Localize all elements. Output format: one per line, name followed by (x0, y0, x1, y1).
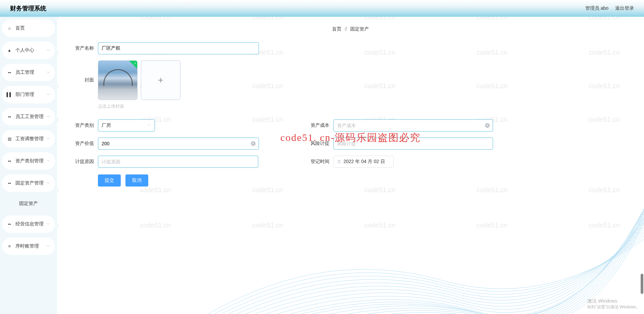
sidebar-label: 固定资产管理 (15, 180, 47, 186)
chevron-down-icon: ﹀ (47, 70, 50, 75)
sidebar-item-home[interactable]: ⌂ 首页 (2, 19, 55, 37)
submit-button[interactable]: 提交 (98, 174, 121, 187)
date-value: 2022 年 04 月 02 日 (343, 159, 385, 165)
sidebar-sub-fixed-asset[interactable]: 固定资产 (2, 197, 55, 211)
breadcrumb-sep: // (345, 26, 347, 32)
sidebar-label: 个人中心 (15, 47, 47, 53)
user-icon: ▲ (7, 48, 12, 53)
watermark: code51.cncode51.cncode51.cncode51.cncode… (57, 186, 644, 194)
sidebar-label: 序时账管理 (15, 243, 47, 249)
chevron-down-icon: ﹀ (47, 92, 50, 97)
sidebar-label: 员工管理 (15, 69, 47, 75)
chevron-down-icon: ﹀ (47, 222, 50, 227)
grid-icon: ▪▪ (7, 114, 12, 119)
user-area: 管理员 abo 退出登录 (585, 5, 634, 11)
calendar-icon: 🗓 (337, 159, 341, 164)
chevron-down-icon: ﹀ (47, 48, 50, 53)
chevron-down-icon: ﹀ (47, 137, 50, 142)
risk-input[interactable] (333, 138, 493, 150)
grid-icon: ▪▪ (7, 158, 12, 164)
clear-icon[interactable]: ✕ (485, 123, 490, 128)
asset-name-input[interactable] (98, 42, 259, 54)
reason-input[interactable] (98, 156, 258, 168)
risk-label: 风险计提 (306, 141, 329, 147)
watermark: code51.cncode51.cncode51.cncode51.cncode… (57, 221, 644, 229)
header: 财务管理系统 管理员 abo 退出登录 (0, 0, 644, 17)
asset-cost-input[interactable] (333, 119, 493, 132)
reason-label: 计提原因 (70, 159, 94, 165)
sidebar-item-fixed-asset[interactable]: ▪▪ 固定资产管理 ﹀ (2, 174, 55, 192)
chevron-down-icon: ﹀ (147, 123, 151, 128)
asset-value-input[interactable] (98, 138, 259, 150)
upload-add-button[interactable]: + (141, 60, 180, 100)
chevron-down-icon: ﹀ (47, 244, 50, 249)
check-icon (129, 61, 137, 69)
upload-hint: 点击上传封面 (98, 103, 493, 109)
grid-icon: ▪▪ (7, 180, 12, 186)
main-content: code51.cncode51.cncode51.cncode51.cncode… (57, 17, 644, 314)
cover-label: 封面 (70, 60, 94, 83)
asset-type-label: 资产类别 (70, 122, 94, 128)
sidebar-item-salary[interactable]: ▪▪ 员工工资管理 ﹀ (2, 108, 55, 125)
clear-icon[interactable]: ✕ (251, 141, 256, 146)
chevron-down-icon: ﹀ (47, 159, 50, 164)
breadcrumb: 首页 // 固定资产 (70, 26, 631, 32)
sidebar-item-asset-type[interactable]: ▪▪ 资产类别管理 ﹀ (2, 152, 55, 170)
chevron-down-icon: ﹀ (47, 114, 50, 119)
sidebar-item-ledger[interactable]: ≡ 序时账管理 ﹀ (2, 238, 55, 255)
cover-thumbnail[interactable] (98, 60, 138, 100)
app-title: 财务管理系统 (10, 4, 46, 12)
asset-type-select[interactable]: 厂房 ﹀ (98, 119, 155, 132)
sidebar-item-salary-adjust[interactable]: ▤ 工资调整管理 ﹀ (2, 130, 55, 148)
sidebar-item-business[interactable]: ▪▪ 经营信息管理 ﹀ (2, 215, 55, 233)
reg-time-picker[interactable]: 🗓 2022 年 04 月 02 日 (333, 156, 394, 168)
sidebar: ⌂ 首页 ▲ 个人中心 ﹀ ▪▪ 员工管理 ﹀ ▌▌ 部门管理 ﹀ ▪▪ 员工工… (0, 17, 57, 314)
chart-icon: ▌▌ (7, 92, 12, 97)
asset-name-label: 资产名称 (70, 45, 94, 51)
grid-icon: ▪▪ (7, 221, 12, 227)
sidebar-item-dept[interactable]: ▌▌ 部门管理 ﹀ (2, 86, 55, 103)
watermark: code51.cncode51.cncode51.cncode51.cncode… (57, 17, 644, 21)
sidebar-label: 部门管理 (15, 92, 47, 98)
grid-icon: ▪▪ (7, 70, 12, 75)
logout-link[interactable]: 退出登录 (615, 5, 634, 11)
breadcrumb-home[interactable]: 首页 (332, 26, 341, 32)
asset-form: 资产名称 封面 + 点击上传封面 资产类别 (70, 42, 493, 187)
sidebar-label: 经营信息管理 (15, 221, 47, 227)
sidebar-label: 首页 (15, 25, 50, 31)
sidebar-item-staff[interactable]: ▪▪ 员工管理 ﹀ (2, 64, 55, 81)
cancel-button[interactable]: 取消 (125, 174, 148, 187)
sidebar-item-profile[interactable]: ▲ 个人中心 ﹀ (2, 42, 55, 59)
sidebar-label: 员工工资管理 (15, 114, 47, 120)
chevron-down-icon: ﹀ (47, 181, 50, 186)
reg-time-label: 登记时间 (306, 159, 329, 165)
asset-value-label: 资产价值 (70, 141, 94, 147)
plus-icon: + (158, 75, 163, 86)
scrollbar-thumb[interactable] (641, 274, 643, 294)
home-icon: ⌂ (7, 25, 12, 31)
windows-activation: 激活 Windows 转到"设置"以激活 Windows。 (587, 298, 640, 310)
sidebar-sub-label: 固定资产 (19, 201, 38, 207)
list-icon: ≡ (7, 244, 12, 249)
doc-icon: ▤ (7, 136, 12, 142)
select-value: 厂房 (102, 122, 111, 128)
sidebar-label: 工资调整管理 (15, 136, 47, 142)
sidebar-label: 资产类别管理 (15, 158, 47, 164)
admin-link[interactable]: 管理员 abo (585, 5, 608, 11)
breadcrumb-current: 固定资产 (350, 26, 369, 32)
asset-cost-label: 资产成本 (306, 122, 329, 128)
